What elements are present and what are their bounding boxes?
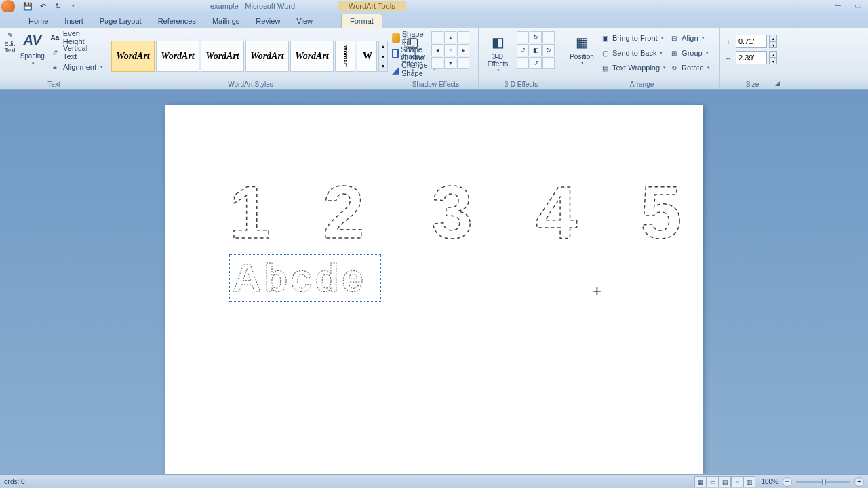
shadow-nudge-up[interactable]: ▴ [444,31,456,43]
view-draft[interactable]: ▥ [743,476,755,487]
page[interactable]: 1 2 3 4 5 Abcde + [165,105,703,474]
gallery-down-icon[interactable]: ▾ [379,52,387,62]
vertical-text-button[interactable]: ⇵ Vertical Text [47,45,105,59]
view-print-layout[interactable]: ▦ [694,476,707,487]
svg-text:5: 5 [640,170,682,245]
3d-tilt-up[interactable]: ↻ [530,31,542,43]
style-preset-7[interactable]: W [357,41,377,72]
shadow-nudge-pad: ▴ ◂ ▫ ▸ ▾ [431,31,469,69]
shadow-nudge-sw[interactable] [431,57,443,69]
tab-references[interactable]: References [150,14,204,28]
edit-text-icon: ✎ [5,29,16,40]
view-outline[interactable]: ≡ [731,476,743,487]
vertical-text-icon: ⇵ [50,47,60,58]
even-height-button[interactable]: Aa Even Height [47,30,105,44]
tab-insert[interactable]: Insert [56,14,92,28]
zoom-in-button[interactable]: + [854,477,864,487]
qat-customize-icon[interactable]: ▾ [66,1,79,12]
tab-page-layout[interactable]: Page Layout [92,14,150,28]
style-preset-1[interactable]: WordArt [111,41,155,72]
style-preset-5[interactable]: WordArt [290,41,334,72]
minimize-button[interactable]: ─ [835,1,846,11]
wordart-letters-selection[interactable]: Abcde [229,254,381,302]
width-icon: ↔ [723,52,734,63]
3d-toggle[interactable]: ◧ [530,44,542,56]
shadow-nudge-se[interactable] [457,57,469,69]
3d-tilt-sw[interactable] [517,57,529,69]
office-button[interactable] [1,0,15,12]
maximize-button[interactable]: ▭ [854,1,865,11]
shadow-effects-button[interactable]: ▢▢ Shadow Effects ▾ [396,31,429,73]
gallery-scroll: ▴ ▾ ▾ [378,41,388,72]
3d-tilt-nw[interactable] [517,31,529,43]
gallery-more-icon[interactable]: ▾ [379,61,387,71]
zoom-level[interactable]: 100% [761,478,778,485]
width-input[interactable] [736,51,767,64]
tab-home[interactable]: Home [20,14,56,28]
rotate-button[interactable]: ↻ Rotate▾ [669,61,709,75]
tab-review[interactable]: Review [248,14,288,28]
send-to-back-button[interactable]: ▢ Send to Back▾ [599,46,666,60]
width-up[interactable]: ▴ [769,51,777,58]
size-dialog-launcher[interactable]: ◢ [775,80,783,88]
document-area: 1 2 3 4 5 Abcde + [0,90,868,474]
word-count[interactable]: ords: 0 [4,478,694,485]
3d-tilt-ne[interactable] [542,31,555,43]
ribbon: ✎ EditText AV Spacing ▾ Aa Even Height ⇵… [0,28,868,90]
redo-icon[interactable]: ↻ [52,1,64,12]
svg-text:1: 1 [229,170,271,245]
view-full-screen[interactable]: ▭ [707,476,719,487]
style-preset-2[interactable]: WordArt [156,41,199,72]
shadow-nudge-ne[interactable] [457,31,469,43]
shadow-nudge-down[interactable]: ▾ [444,57,456,69]
3d-tilt-right[interactable]: ↻ [542,44,555,56]
width-down[interactable]: ▾ [769,58,777,64]
tab-format[interactable]: Format [341,14,382,28]
position-button[interactable]: ▦ Position ▾ [567,31,597,75]
shadow-icon: ▢▢ [401,31,423,53]
group-label-text: Text [3,79,105,89]
align-icon: ⊟ [669,33,679,43]
zoom-out-button[interactable]: − [783,477,792,487]
bring-to-front-button[interactable]: ▣ Bring to Front▾ [599,31,666,45]
shadow-nudge-nw[interactable] [431,31,443,43]
wordart-numbers[interactable]: 1 2 3 4 5 [229,170,696,262]
edit-text-button[interactable]: ✎ EditText [3,29,17,79]
gallery-up-icon[interactable]: ▴ [379,41,387,52]
send-back-icon: ▢ [599,47,610,58]
group-text: ✎ EditText AV Spacing ▾ Aa Even Height ⇵… [0,28,108,89]
group-label-styles: WordArt Styles [111,79,390,89]
align-button[interactable]: ⊟ Align▾ [669,31,709,45]
height-input[interactable] [736,35,767,48]
height-icon: ↕ [723,36,734,47]
3d-tilt-down[interactable]: ↺ [530,57,542,69]
shadow-nudge-right[interactable]: ▸ [457,44,469,56]
undo-icon[interactable]: ↶ [37,1,49,12]
text-wrapping-button[interactable]: ▤ Text Wrapping▾ [599,61,666,75]
height-down[interactable]: ▾ [769,41,777,48]
group-label-arrange: Arrange [567,79,717,89]
style-preset-6[interactable]: WordArt [335,41,355,72]
tab-mailings[interactable]: Mailings [204,14,248,28]
group-arrange: ▦ Position ▾ ▣ Bring to Front▾ ▢ Send to… [564,28,720,89]
shadow-nudge-left[interactable]: ◂ [431,44,443,56]
save-icon[interactable]: 💾 [22,1,34,12]
3d-tilt-left[interactable]: ↺ [517,44,529,56]
spacing-button[interactable]: AV Spacing ▾ [18,29,46,79]
view-web-layout[interactable]: ▤ [719,476,731,487]
3d-effects-button[interactable]: ◧ 3-D Effects ▾ [481,31,514,73]
shadow-toggle[interactable]: ▫ [444,44,456,56]
style-preset-3[interactable]: WordArt [201,41,244,72]
group-button[interactable]: ⊞ Group▾ [669,46,709,60]
svg-text:4: 4 [536,170,577,245]
alignment-button[interactable]: ≡ Alignment ▾ [47,60,105,74]
group-label-shadow: Shadow Effects [396,79,475,89]
tab-view[interactable]: View [288,14,321,28]
3d-tilt-se[interactable] [542,57,555,69]
spacing-icon: AV [22,29,43,51]
ribbon-tab-strip: Home Insert Page Layout References Maili… [0,12,868,28]
zoom-slider[interactable] [796,481,850,483]
height-up[interactable]: ▴ [769,35,777,41]
even-height-icon: Aa [50,32,60,43]
style-preset-4[interactable]: WordArt [245,41,289,72]
